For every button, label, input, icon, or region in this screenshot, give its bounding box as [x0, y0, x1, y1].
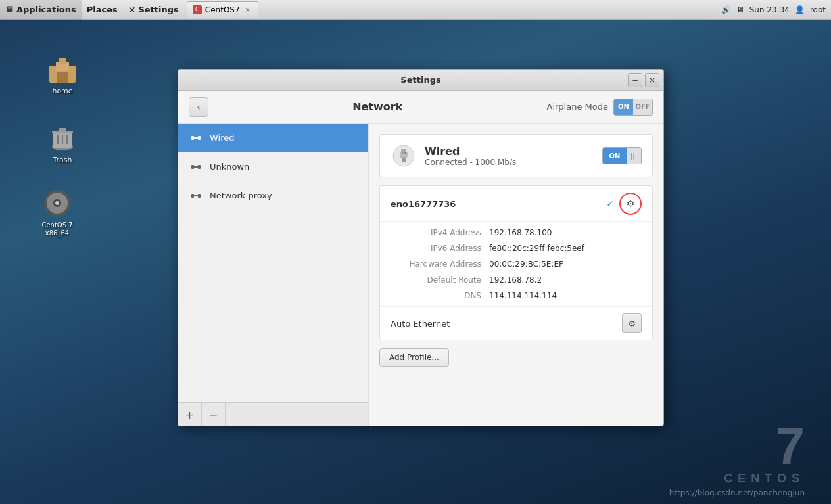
- add-profile-btn[interactable]: Add Profile...: [379, 348, 449, 367]
- svg-rect-30: [402, 158, 406, 162]
- hardware-label: Hardware Address: [391, 260, 489, 269]
- ipv4-value: 192.168.78.100: [489, 228, 552, 237]
- clock: Sun 23:34: [749, 5, 790, 14]
- close-btn[interactable]: ×: [645, 73, 659, 87]
- settings-menu[interactable]: ✕ Settings: [123, 0, 184, 20]
- back-button[interactable]: ‹: [189, 97, 208, 117]
- svg-rect-28: [404, 152, 406, 154]
- network-toggle-on: ON: [603, 148, 627, 164]
- window-controls: − ×: [628, 73, 659, 87]
- window-titlebar: Settings − ×: [178, 70, 663, 91]
- network-plug-icon: [391, 143, 417, 169]
- sidebar-item-unknown[interactable]: Unknown: [178, 152, 368, 181]
- ipv4-label: IPv4 Address: [391, 228, 489, 237]
- window-header: ‹ Network Airplane Mode ON OFF: [178, 91, 663, 124]
- route-label: Default Route: [391, 275, 489, 285]
- route-row: Default Route 192.168.78.2: [380, 272, 652, 288]
- display-icon[interactable]: 🖥: [736, 5, 744, 14]
- dns-row: DNS 114.114.114.114: [380, 288, 652, 304]
- sidebar-unknown-label: Unknown: [210, 162, 249, 172]
- home-label: home: [52, 87, 72, 95]
- centos-number: 7: [776, 417, 805, 475]
- user-icon: 👤: [795, 5, 805, 14]
- url-text: https://blog.csdn.net/panchengjun: [669, 488, 805, 497]
- svg-rect-17: [198, 136, 201, 140]
- taskbar-tab[interactable]: C CentOS7 ×: [187, 1, 258, 18]
- dns-label: DNS: [391, 291, 489, 300]
- svg-rect-29: [400, 157, 407, 158]
- network-header-card: Wired Connected - 1000 Mb/s ON |||: [379, 134, 653, 177]
- sidebar-item-wired[interactable]: Wired: [178, 124, 368, 152]
- airplane-mode-toggle[interactable]: ON OFF: [613, 99, 653, 116]
- svg-rect-16: [194, 137, 198, 139]
- centos-text: CENTOS: [724, 472, 805, 484]
- svg-rect-3: [57, 72, 68, 83]
- svg-rect-7: [59, 128, 66, 132]
- applications-label: Applications: [16, 5, 76, 14]
- airplane-mode-label: Airplane Mode: [547, 102, 608, 112]
- sidebar-items: Wired Unknown: [178, 124, 368, 402]
- trash-folder-icon: [47, 122, 78, 153]
- svg-rect-27: [402, 152, 403, 154]
- home-icon[interactable]: home: [36, 53, 89, 95]
- tab-close-btn[interactable]: ×: [243, 5, 252, 14]
- connection-settings-btn[interactable]: ⚙: [619, 193, 642, 215]
- toggle-on-part: ON: [614, 99, 633, 115]
- auto-ethernet-label: Auto Ethernet: [391, 319, 622, 329]
- route-value: 192.168.78.2: [489, 275, 542, 285]
- settings-window: Settings − × ‹ Network Airplane Mode ON …: [178, 69, 664, 426]
- svg-rect-26: [400, 152, 408, 157]
- sidebar-actions: + −: [178, 402, 368, 426]
- ipv6-row: IPv6 Address fe80::20c:29ff:febc:5eef: [380, 241, 652, 256]
- svg-point-14: [55, 201, 59, 205]
- centos-watermark: 7 CENTOS: [724, 420, 805, 484]
- header-title: Network: [216, 101, 539, 113]
- dvd-label: CentOS 7 x86_64: [31, 221, 83, 237]
- add-network-btn[interactable]: +: [178, 403, 202, 426]
- dvd-icon[interactable]: CentOS 7 x86_64: [31, 187, 83, 237]
- connection-row: eno16777736 ✓ ⚙: [380, 186, 652, 222]
- taskbar: 🖥 Applications Places ✕ Settings C CentO…: [0, 0, 831, 20]
- svg-rect-23: [198, 194, 201, 198]
- svg-rect-2: [59, 58, 66, 64]
- network-toggle[interactable]: ON |||: [602, 147, 642, 164]
- wired-icon: [189, 131, 203, 145]
- hardware-row: Hardware Address 00:0C:29:BC:5E:EF: [380, 256, 652, 272]
- taskbar-left: 🖥 Applications Places ✕ Settings C CentO…: [0, 0, 721, 20]
- auto-ethernet-row: Auto Ethernet ⚙: [380, 306, 652, 340]
- ipv4-row: IPv4 Address 192.168.78.100: [380, 225, 652, 241]
- toggle-off-part: OFF: [633, 99, 652, 115]
- username: root: [810, 5, 826, 14]
- main-content: Wired Connected - 1000 Mb/s ON ||| eno16…: [369, 124, 663, 426]
- window-body: Wired Unknown: [178, 124, 663, 426]
- minimize-btn[interactable]: −: [628, 73, 642, 87]
- applications-menu[interactable]: 🖥 Applications: [0, 0, 82, 20]
- volume-icon[interactable]: 🔊: [721, 5, 731, 14]
- details-card: eno16777736 ✓ ⚙ IPv4 Address 192.168.78.…: [379, 185, 653, 340]
- checkmark-icon: ✓: [606, 198, 614, 209]
- sidebar-item-proxy[interactable]: Network proxy: [178, 181, 368, 210]
- trash-icon[interactable]: Trash: [36, 122, 89, 164]
- svg-rect-21: [191, 194, 194, 198]
- home-folder-icon: [47, 53, 78, 84]
- airplane-mode-control: Airplane Mode ON OFF: [547, 99, 653, 116]
- applications-icon: 🖥: [5, 5, 14, 14]
- hardware-value: 00:0C:29:BC:5E:EF: [489, 260, 563, 269]
- remove-network-btn[interactable]: −: [202, 403, 226, 426]
- places-menu[interactable]: Places: [82, 0, 123, 20]
- centos-url: https://blog.csdn.net/panchengjun: [669, 488, 805, 497]
- dns-value: 114.114.114.114: [489, 291, 557, 300]
- network-toggle-off: |||: [627, 148, 641, 164]
- proxy-icon: [189, 189, 203, 203]
- svg-rect-25: [401, 149, 406, 152]
- window-title: Settings: [400, 75, 440, 85]
- svg-rect-18: [191, 165, 194, 169]
- trash-label: Trash: [53, 156, 72, 164]
- svg-rect-19: [194, 166, 198, 168]
- svg-rect-15: [191, 136, 194, 140]
- network-status: Connected - 1000 Mb/s: [425, 158, 594, 167]
- auto-ethernet-settings-btn[interactable]: ⚙: [622, 313, 642, 333]
- dvd-disc-icon: [41, 187, 73, 219]
- places-label: Places: [87, 5, 118, 14]
- settings-icon: ✕: [128, 5, 136, 15]
